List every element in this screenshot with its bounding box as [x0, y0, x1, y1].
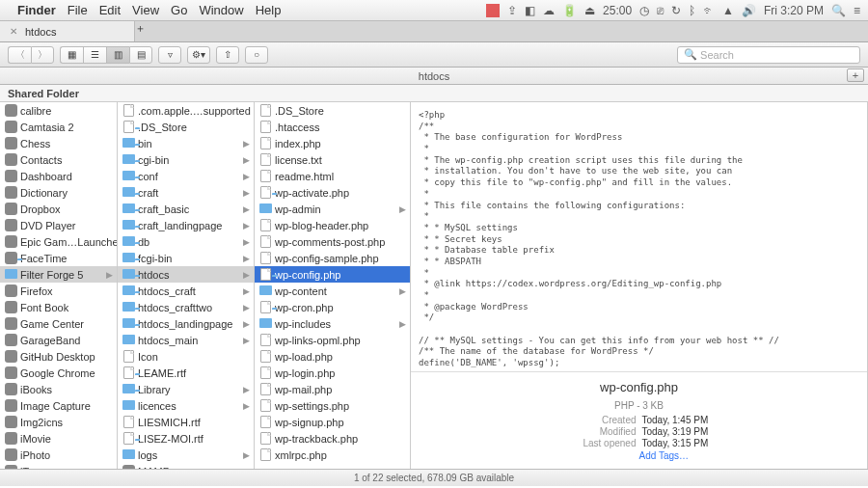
list-item[interactable]: iPhoto — [0, 447, 117, 463]
close-tab-icon[interactable]: ✕ — [10, 26, 17, 37]
list-item[interactable]: Firefox — [0, 283, 117, 299]
menu-help[interactable]: Help — [256, 3, 282, 17]
list-item[interactable]: license.txt — [255, 151, 410, 168]
battery-icon[interactable]: 🔋 — [562, 4, 577, 17]
list-item[interactable]: Chess — [0, 135, 117, 151]
list-item[interactable]: licences▶ — [118, 397, 254, 414]
list-item[interactable]: Dashboard — [0, 168, 117, 184]
new-tab-button[interactable]: ＋ — [135, 21, 146, 41]
list-item[interactable]: Camtasia 2 — [0, 119, 117, 135]
add-tags-link[interactable]: Add Tags… — [639, 450, 854, 461]
list-item[interactable]: Font Book — [0, 299, 117, 315]
list-item[interactable]: iTerm — [0, 463, 117, 469]
volume-icon[interactable]: 🔊 — [742, 4, 756, 17]
column-3[interactable]: .DS_Store.htaccessindex.phplicense.txtre… — [255, 102, 411, 469]
list-item[interactable]: calibre — [0, 102, 117, 119]
menu-go[interactable]: Go — [171, 3, 187, 17]
list-item[interactable]: GarageBand — [0, 332, 117, 348]
cloud-icon[interactable]: ☁ — [543, 4, 555, 17]
wifi-icon[interactable]: ᯤ — [703, 4, 715, 17]
list-item[interactable]: wp-signup.php — [255, 414, 410, 430]
list-item[interactable]: .htaccess — [255, 119, 410, 135]
list-item[interactable]: Filter Forge 5▶ — [0, 266, 117, 283]
action-button[interactable]: ⚙▾ — [187, 46, 210, 64]
column-1[interactable]: calibreCamtasia 2ChessContactsDashboardD… — [0, 102, 118, 469]
column-2[interactable]: .com.apple.…supported.DS_Storebin▶cgi-bi… — [118, 102, 255, 469]
list-item[interactable]: Dropbox — [0, 201, 117, 217]
coverflow-view-button[interactable]: ▤ — [129, 46, 152, 64]
list-item[interactable]: iMovie — [0, 430, 117, 447]
list-item[interactable]: Icon — [118, 348, 254, 365]
eject-icon[interactable]: ⏏ — [584, 4, 595, 17]
list-item[interactable]: Game Center — [0, 315, 117, 332]
list-item[interactable]: wp-cron.php — [255, 299, 410, 315]
menu-view[interactable]: View — [132, 3, 159, 17]
list-item[interactable]: Google Chrome — [0, 365, 117, 381]
timer-text[interactable]: 25:00 — [603, 4, 632, 17]
list-item[interactable]: wp-settings.php — [255, 397, 410, 414]
list-item[interactable]: Image Capture — [0, 397, 117, 414]
add-button[interactable]: + — [847, 68, 864, 82]
list-item[interactable]: wp-mail.php — [255, 381, 410, 397]
list-view-button[interactable]: ☰ — [83, 46, 106, 64]
spotlight-icon[interactable]: 🔍 — [831, 4, 846, 17]
list-item[interactable]: wp-config-sample.php — [255, 250, 410, 266]
clock[interactable]: Fri 3:20 PM — [764, 4, 824, 17]
menu-window[interactable]: Window — [199, 3, 243, 17]
list-item[interactable]: MAMP — [118, 463, 254, 469]
list-item[interactable]: wp-load.php — [255, 348, 410, 365]
list-item[interactable]: .DS_Store — [255, 102, 410, 119]
list-item[interactable]: wp-activate.php — [255, 184, 410, 201]
list-item[interactable]: DVD Player — [0, 217, 117, 233]
list-item[interactable]: wp-content▶ — [255, 283, 410, 299]
dropbox-icon[interactable]: ⇪ — [507, 4, 517, 17]
icon-view-button[interactable]: ▦ — [60, 46, 83, 64]
share-button[interactable]: ⇧ — [216, 46, 239, 64]
list-item[interactable]: wp-config.php — [255, 266, 410, 283]
list-item[interactable]: iBooks — [0, 381, 117, 397]
tab-htdocs[interactable]: ✕ htdocs — [0, 21, 135, 41]
list-item[interactable]: xmlrpc.php — [255, 447, 410, 463]
menuextra-icon[interactable]: ◧ — [525, 4, 535, 17]
forward-button[interactable]: 〉 — [31, 46, 54, 64]
column-view-button[interactable]: ▥ — [106, 46, 129, 64]
list-item[interactable]: wp-blog-header.php — [255, 217, 410, 233]
item-label: iBooks — [20, 384, 52, 395]
list-item[interactable]: GitHub Desktop — [0, 348, 117, 365]
search-field[interactable]: 🔍 Search — [677, 46, 860, 64]
list-item[interactable]: Img2icns — [0, 414, 117, 430]
menuextra-red-icon[interactable] — [486, 4, 500, 17]
app-name[interactable]: Finder — [17, 3, 56, 17]
notification-icon[interactable]: ≡ — [854, 4, 860, 17]
timer-icon[interactable]: ◷ — [639, 4, 649, 17]
list-item[interactable]: wp-login.php — [255, 365, 410, 381]
display-icon[interactable]: ⎚ — [657, 4, 664, 17]
list-item[interactable]: wp-trackback.php — [255, 430, 410, 447]
sync-icon[interactable]: ↻ — [671, 4, 681, 17]
item-label: DVD Player — [20, 220, 75, 231]
preview-pane[interactable]: <?php /** * The base configuration for W… — [411, 102, 867, 371]
back-button[interactable]: 〈 — [8, 46, 31, 64]
list-item[interactable]: Dictionary — [0, 184, 117, 201]
up-icon[interactable]: ▲ — [722, 4, 734, 17]
list-item[interactable]: wp-includes▶ — [255, 315, 410, 332]
list-item[interactable]: wp-comments-post.php — [255, 233, 410, 250]
list-item[interactable]: readme.html — [255, 168, 410, 184]
tags-button[interactable]: ○ — [245, 46, 268, 64]
item-label: fcgi-bin — [138, 253, 172, 264]
list-item[interactable]: htdocs_main▶ — [118, 332, 254, 348]
list-item[interactable]: Contacts — [0, 151, 117, 168]
preview-filename: wp-config.php — [424, 380, 854, 394]
item-label: wp-links-opml.php — [275, 335, 361, 346]
list-item[interactable]: wp-admin▶ — [255, 201, 410, 217]
menu-edit[interactable]: Edit — [99, 3, 121, 17]
arrange-button[interactable]: ▿ — [158, 46, 181, 64]
list-item[interactable]: Epic Gam…Launcher — [0, 233, 117, 250]
menu-file[interactable]: File — [68, 3, 88, 17]
list-item[interactable]: wp-links-opml.php — [255, 332, 410, 348]
list-item[interactable]: .com.apple.…supported — [118, 102, 254, 119]
list-item[interactable]: index.php — [255, 135, 410, 151]
bluetooth-icon[interactable]: ᛒ — [689, 4, 695, 17]
list-item[interactable]: logs▶ — [118, 447, 254, 463]
list-item[interactable]: LIESMICH.rtf — [118, 414, 254, 430]
